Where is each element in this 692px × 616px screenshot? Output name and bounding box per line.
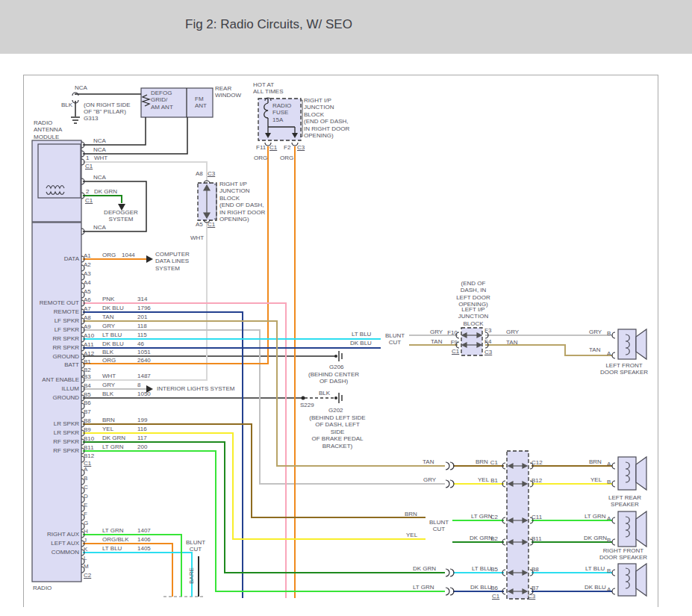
nca2-label: NCA xyxy=(93,146,106,153)
junction-arrows xyxy=(204,185,527,594)
lr-speaker-title: LEFT REAR SPEAKER xyxy=(599,494,650,508)
r6-pin-r: B7 xyxy=(532,585,539,591)
f11-label: F11 xyxy=(256,144,266,151)
s229-blk-label: BLK xyxy=(319,390,330,396)
b5-circuit: 1050 xyxy=(137,391,151,397)
r6-in-label: LT GRN xyxy=(413,584,434,591)
rip-c3-label: C3 xyxy=(208,170,215,177)
rear-junction-box xyxy=(507,451,529,599)
func-batt: BATT xyxy=(15,361,79,368)
pin-h: H xyxy=(84,528,88,535)
lf-speaker-pin-b: B xyxy=(607,330,611,337)
func-rr-spkr-2: RR SPKR xyxy=(15,344,79,351)
a8-color: TAN xyxy=(102,314,113,320)
rip-c1-label: C1 xyxy=(208,221,215,228)
s229-label: S229 xyxy=(300,402,314,408)
a10-circuit: 115 xyxy=(137,332,147,338)
lip-f4-label: F4 xyxy=(484,338,491,345)
speaker-coils xyxy=(46,186,629,589)
pin-a6: A6 xyxy=(84,296,91,303)
a6-color: PNK xyxy=(102,296,114,302)
interior-lights-label: INTERIOR LIGHTS SYSTEM xyxy=(157,385,234,392)
func-data: DATA xyxy=(15,255,79,262)
fuse-block-label: RIGHT I/P JUNCTION BLOCK (END OF DASH, I… xyxy=(304,97,349,140)
b1-color: ORG xyxy=(102,357,116,364)
fuse-c3-label: C3 xyxy=(297,144,305,151)
lip-junction-box xyxy=(461,328,482,355)
func-remote-out: REMOTE OUT xyxy=(15,299,79,306)
wire-j-orgblk xyxy=(83,544,172,597)
pin-a: A xyxy=(84,466,87,473)
lip-tan-in-label: TAN xyxy=(431,338,442,345)
computer-data-lines-label: COMPUTER DATA LINES SYSTEM xyxy=(155,251,190,272)
pin-g: G xyxy=(84,520,88,526)
org-left-label: ORG xyxy=(254,155,267,161)
pin-a1: A1 xyxy=(84,252,91,259)
radio-name-label: RADIO xyxy=(33,585,52,591)
bare-wire-label: BARE xyxy=(188,567,195,584)
pin-b9: B9 xyxy=(84,426,91,433)
defogger-system-label: DEFOGGER SYSTEM xyxy=(100,209,142,223)
func-rr-spkr-1: RR SPKR xyxy=(15,335,79,342)
a12-circuit: 1051 xyxy=(137,349,151,355)
wire-b8-brn xyxy=(83,424,426,517)
b8-circuit: 199 xyxy=(137,417,147,423)
lip-block-label: LEFT I/P JUNCTION BLOCK xyxy=(454,306,493,327)
speaker-lf-cone xyxy=(636,329,646,359)
radio-c2-conn: C2 xyxy=(84,572,91,579)
r5-in-label: DK GRN xyxy=(413,565,436,572)
func-right-aux: RIGHT AUX xyxy=(15,531,79,538)
lr-speaker-pin-a: A xyxy=(607,461,611,467)
r5-pin-r: B8 xyxy=(532,566,539,573)
nca1-label: NCA xyxy=(93,137,106,144)
func-illum: ILLUM xyxy=(15,385,79,392)
r2-in-label: GRY xyxy=(423,476,436,483)
pin-k: K xyxy=(84,546,87,553)
wire-k-ltblu xyxy=(83,553,192,597)
lip-note: (END OF DASH, IN LEFT DOOR OPENING) xyxy=(454,280,493,308)
pin-m: M xyxy=(84,563,89,570)
func-lf-spkr-1: LF SPKR xyxy=(15,317,79,324)
defog-grid-label: DEFOG GRID/ AM ANT xyxy=(151,90,173,111)
lip-c3-label: C3 xyxy=(484,349,492,355)
b4-circuit: 8 xyxy=(137,382,140,388)
lip-c1-label: C1 xyxy=(452,348,459,355)
a1-color: ORG xyxy=(102,252,116,258)
b8-color: BRN xyxy=(102,417,115,423)
rear-window-label: REAR WINDOW xyxy=(215,85,241,99)
pin-a12: A12 xyxy=(84,350,94,357)
blk-wire-label: BLK xyxy=(60,102,72,108)
a12-color: BLK xyxy=(102,349,113,355)
r5-pin-l: B5 xyxy=(486,566,498,573)
func-rf-spkr-1: RF SPKR xyxy=(15,438,79,445)
pin-b12: B12 xyxy=(84,452,94,459)
mid-blunt-cut-label: BLUNT CUT xyxy=(382,332,408,346)
b10-circuit: 117 xyxy=(137,435,147,441)
r2-pin-l: B1 xyxy=(486,477,498,484)
rf-speaker-title: RIGHT FRONT DOOR SPEAKER xyxy=(594,547,652,561)
rip-block-label: RIGHT I/P JUNCTION BLOCK (END OF DASH, I… xyxy=(219,181,265,223)
r5-out-label: LT BLU xyxy=(585,565,605,572)
a7-circuit: 1796 xyxy=(137,305,151,311)
rf-speaker-pin-b: B xyxy=(607,537,611,544)
org-right-label: ORG xyxy=(280,155,293,161)
j-circuit: 1406 xyxy=(137,536,151,543)
g313-label: G313 xyxy=(84,115,99,122)
fm-ant-label: FM ANT xyxy=(195,96,207,110)
h-color: LT GRN xyxy=(102,527,124,534)
rr-speaker-pin-b: B xyxy=(607,567,611,574)
rip-a5-label: A5 xyxy=(196,221,203,228)
r4-pin-r: B11 xyxy=(532,535,542,542)
func-lf-spkr-2: LF SPKR xyxy=(15,326,79,333)
lr-speaker-pin-b: B xyxy=(607,479,611,485)
func-rf-spkr-2: RF SPKR xyxy=(15,447,79,454)
r4-pin-l: B2 xyxy=(486,535,498,542)
a10-color: LT BLU xyxy=(102,332,122,338)
mid-ltblu-label: LT BLU xyxy=(352,331,371,337)
rip-a8-label: A8 xyxy=(196,170,203,177)
g206-label: G206 xyxy=(329,364,344,370)
pin1-color: WHT xyxy=(94,155,107,161)
func-left-aux: LEFT AUX xyxy=(15,540,79,547)
hot-at-all-times-label: HOT AT ALL TIMES xyxy=(253,81,283,96)
func-common: COMMON xyxy=(15,549,79,556)
